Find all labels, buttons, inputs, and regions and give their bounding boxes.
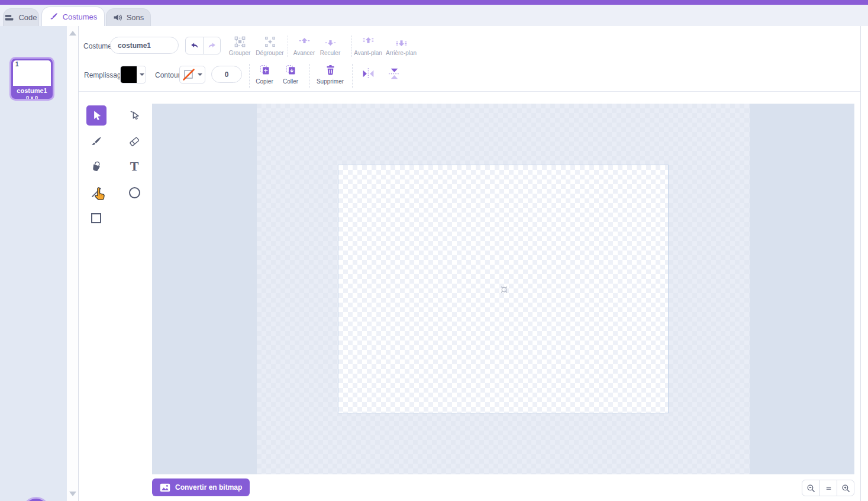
- zoom-reset-button[interactable]: [819, 480, 837, 496]
- rectangle-icon: [91, 213, 101, 223]
- no-outline-swatch-icon: [182, 68, 196, 82]
- select-tool[interactable]: [86, 105, 107, 126]
- tab-sons[interactable]: Sons: [106, 8, 151, 26]
- undo-icon: [189, 41, 199, 51]
- menu-bar: [0, 0, 868, 5]
- backward-icon: [324, 34, 337, 49]
- eraser-icon: [128, 135, 141, 148]
- delete-button[interactable]: Supprimer: [313, 63, 347, 89]
- costume-name: costume1: [11, 87, 53, 94]
- add-costume-button[interactable]: [22, 497, 50, 501]
- copy-button[interactable]: Copier: [253, 63, 276, 89]
- paste-icon: [285, 63, 297, 77]
- zoom-in-button[interactable]: [837, 480, 854, 496]
- toolbar-divider: [352, 64, 353, 88]
- line-icon: [90, 186, 103, 199]
- scroll-up-arrow-icon[interactable]: [69, 31, 76, 36]
- scratch-paint-editor: Code Costumes Sons 1 costume1 0 x 0: [0, 0, 868, 501]
- fill-tool[interactable]: [86, 156, 107, 176]
- speaker-icon: [113, 13, 122, 22]
- fill-color-picker[interactable]: [120, 66, 146, 84]
- copy-icon: [259, 63, 271, 77]
- rectangle-tool[interactable]: [86, 208, 106, 228]
- zoom-out-icon: [806, 483, 816, 493]
- circle-icon: [129, 187, 140, 198]
- chevron-down-icon: [198, 73, 202, 76]
- toolbar-divider: [288, 36, 288, 57]
- brush-tool[interactable]: [86, 131, 107, 152]
- outline-color-picker[interactable]: [179, 66, 205, 84]
- paint-canvas[interactable]: [152, 104, 854, 474]
- costume-size: 0 x 0: [11, 95, 53, 101]
- tab-row: Code Costumes Sons: [0, 5, 868, 26]
- fill-color-swatch: [121, 66, 137, 83]
- costume-thumbnail: 1: [13, 60, 51, 86]
- costume-item-selected[interactable]: 1 costume1 0 x 0: [9, 57, 54, 101]
- backward-label: Reculer: [320, 50, 340, 56]
- stage-drawing-area[interactable]: [338, 165, 669, 413]
- toolbar-divider: [309, 64, 310, 88]
- trash-icon: [324, 63, 337, 77]
- copy-label: Copier: [256, 78, 273, 85]
- front-icon: [362, 34, 375, 49]
- undo-redo-group: [185, 37, 221, 54]
- zoom-in-icon: [841, 483, 851, 493]
- flip-horizontal-button[interactable]: [361, 66, 376, 82]
- canvas-center-reticle-icon: [499, 284, 509, 295]
- reshape-tool[interactable]: [124, 105, 144, 126]
- tab-costumes[interactable]: Costumes: [41, 7, 105, 26]
- circle-tool[interactable]: [124, 182, 144, 203]
- convert-to-bitmap-label: Convertir en bitmap: [175, 483, 242, 492]
- back-button[interactable]: Arrière-plan: [383, 34, 419, 60]
- redo-button[interactable]: [203, 37, 220, 54]
- costume-name-input[interactable]: [110, 37, 179, 54]
- paint-bucket-icon: [90, 160, 103, 173]
- flip-horizontal-icon: [361, 66, 376, 81]
- chevron-down-icon: [140, 73, 144, 76]
- eraser-tool[interactable]: [124, 131, 144, 152]
- line-tool[interactable]: [86, 182, 107, 203]
- backward-button[interactable]: Reculer: [317, 34, 344, 60]
- ungroup-icon: [264, 34, 276, 49]
- reshape-icon: [128, 110, 141, 122]
- costume-list-scrollbar: [67, 26, 79, 501]
- tab-code[interactable]: Code: [3, 8, 39, 26]
- forward-label: Avancer: [293, 50, 315, 56]
- zoom-reset-equals-icon: [824, 484, 833, 493]
- outline-width-input[interactable]: [211, 66, 242, 83]
- front-button[interactable]: Avant-plan: [353, 34, 383, 60]
- select-arrow-icon: [91, 110, 103, 122]
- scroll-down-arrow-icon[interactable]: [69, 492, 76, 496]
- fill-label: Remplissage: [84, 71, 125, 79]
- flip-vertical-button[interactable]: [387, 66, 402, 82]
- outline-label: Contour: [155, 71, 180, 79]
- tab-costumes-label: Costumes: [63, 12, 98, 21]
- code-blocks-icon: [5, 14, 14, 22]
- ungroup-button[interactable]: Dégrouper: [253, 34, 286, 60]
- costume-list-sidebar: 1 costume1 0 x 0: [0, 26, 67, 501]
- text-tool-icon: T: [130, 160, 139, 173]
- costume-index: 1: [15, 61, 19, 68]
- toolbar-divider: [351, 36, 352, 57]
- group-icon: [234, 34, 246, 49]
- undo-button[interactable]: [186, 37, 203, 54]
- text-tool[interactable]: T: [124, 156, 144, 176]
- ungroup-label: Dégrouper: [256, 50, 283, 56]
- toolbar-separator: [79, 91, 860, 92]
- paint-editor-panel: Costume: [79, 26, 861, 501]
- bitmap-image-icon: [160, 483, 170, 492]
- tab-code-label: Code: [18, 13, 37, 22]
- forward-button[interactable]: Avancer: [291, 34, 318, 60]
- front-label: Avant-plan: [354, 50, 382, 56]
- paste-label: Coller: [283, 78, 298, 85]
- delete-label: Supprimer: [317, 78, 344, 85]
- group-label: Grouper: [229, 50, 251, 56]
- flip-vertical-icon: [387, 66, 402, 81]
- convert-to-bitmap-button[interactable]: Convertir en bitmap: [152, 478, 250, 496]
- toolbar-divider: [249, 64, 250, 88]
- zoom-out-button[interactable]: [802, 480, 819, 496]
- tab-sons-label: Sons: [127, 13, 144, 22]
- forward-icon: [298, 34, 311, 49]
- paste-button[interactable]: Coller: [279, 63, 302, 89]
- group-button[interactable]: Grouper: [226, 34, 253, 60]
